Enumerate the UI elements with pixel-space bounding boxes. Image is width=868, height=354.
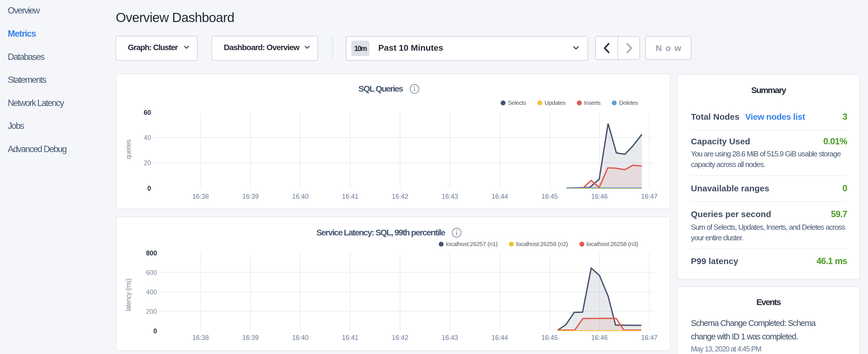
svg-text:16:45: 16:45 [541,193,558,200]
svg-text:60: 60 [144,109,151,116]
svg-text:16:43: 16:43 [442,193,458,200]
svg-text:16:43: 16:43 [442,334,458,342]
svg-text:16:42: 16:42 [392,193,408,200]
svg-text:16:40: 16:40 [292,193,309,200]
svg-text:16:46: 16:46 [591,334,608,342]
svg-text:16:47: 16:47 [641,193,658,200]
svg-text:400: 400 [146,288,157,296]
svg-text:0: 0 [147,185,151,192]
svg-text:latency (ms): latency (ms) [125,279,132,311]
svg-text:16:39: 16:39 [242,193,259,200]
svg-text:16:45: 16:45 [541,334,558,342]
svg-text:16:44: 16:44 [492,334,508,342]
svg-text:16:40: 16:40 [292,334,309,342]
svg-text:16:38: 16:38 [192,193,209,200]
svg-text:16:42: 16:42 [392,334,408,342]
svg-text:16:44: 16:44 [492,193,508,200]
svg-text:queries: queries [125,139,132,159]
svg-text:16:46: 16:46 [591,193,608,200]
svg-text:200: 200 [146,308,157,315]
svg-text:0: 0 [153,327,157,335]
svg-text:40: 40 [144,134,151,141]
svg-text:16:47: 16:47 [641,334,658,342]
svg-text:600: 600 [146,269,157,277]
svg-text:16:38: 16:38 [192,334,209,342]
svg-text:16:41: 16:41 [342,334,359,342]
svg-text:16:39: 16:39 [242,334,259,342]
svg-text:16:41: 16:41 [342,193,359,200]
svg-text:800: 800 [146,250,157,257]
svg-text:20: 20 [144,159,151,167]
